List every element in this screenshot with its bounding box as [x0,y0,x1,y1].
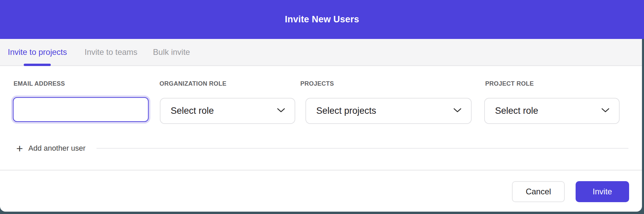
project-role-label: PROJECT ROLE [485,80,534,87]
org-role-field-group: ORGANIZATION ROLE Select role [159,80,227,87]
chevron-down-icon [277,108,285,114]
footer-divider [0,170,642,171]
tab-invite-to-teams[interactable]: Invite to teams [85,39,137,65]
chevron-down-icon [601,108,609,114]
add-another-user-button[interactable]: Add another user [28,144,86,153]
cancel-button[interactable]: Cancel [512,181,565,202]
add-another-user-row: + Add another user [0,142,642,154]
active-tab-indicator [24,64,51,66]
email-label: EMAIL ADDRESS [14,80,65,87]
modal-header: Invite New Users [0,0,644,39]
project-role-field-group: PROJECT ROLE Select role [485,80,534,87]
projects-label: PROJECTS [300,80,334,87]
email-input[interactable] [13,97,149,122]
org-role-select[interactable]: Select role [160,98,295,124]
modal-body: Invite to projects Invite to teams Bulk … [0,39,642,212]
tab-label: Invite to teams [85,47,137,57]
tab-bar: Invite to projects Invite to teams Bulk … [0,39,642,66]
project-role-selected-value: Select role [495,106,538,116]
projects-field-group: PROJECTS Select projects [300,80,334,87]
tab-invite-to-projects[interactable]: Invite to projects [8,39,67,65]
projects-selected-value: Select projects [316,106,376,116]
tab-label: Invite to projects [8,47,67,57]
org-role-label: ORGANIZATION ROLE [159,80,227,87]
tab-bulk-invite[interactable]: Bulk invite [153,39,190,65]
email-field-group: EMAIL ADDRESS [14,80,65,87]
org-role-selected-value: Select role [171,106,214,116]
tab-label: Bulk invite [153,47,190,57]
page-title: Invite New Users [285,14,359,25]
chevron-down-icon [453,108,461,114]
invite-modal: Invite New Users Invite to projects Invi… [0,0,644,214]
row-divider [96,148,628,149]
project-role-select[interactable]: Select role [484,98,620,124]
projects-select[interactable]: Select projects [305,98,472,124]
invite-button[interactable]: Invite [576,181,629,202]
plus-icon[interactable]: + [16,143,23,154]
